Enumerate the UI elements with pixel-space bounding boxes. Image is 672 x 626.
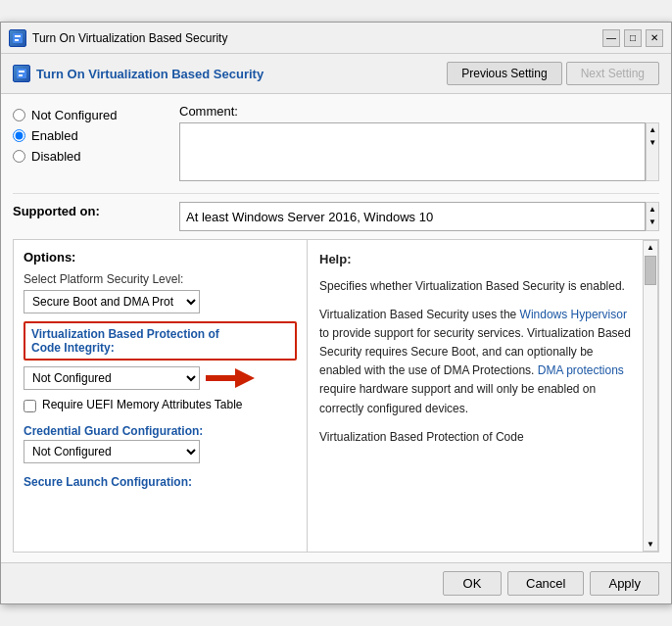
help-para3-start: Virtualization Based Protection of Code	[319, 430, 524, 444]
svg-rect-5	[19, 74, 23, 76]
credential-section: Credential Guard Configuration: Not Conf…	[24, 420, 297, 463]
help-scroll-down[interactable]: ▼	[647, 538, 654, 551]
supported-section: Supported on: At least Windows Server 20…	[13, 193, 659, 231]
radio-group: Not Configured Enabled Disabled	[13, 104, 169, 181]
toolbar: Turn On Virtualization Based Security Pr…	[1, 54, 671, 94]
top-section: Not Configured Enabled Disabled Comment:…	[13, 104, 659, 181]
comment-scrollbar: ▲ ▼	[646, 122, 659, 181]
help-para1: Specifies whether Virtualization Based S…	[319, 277, 631, 296]
comment-textarea[interactable]	[179, 122, 646, 181]
title-bar-controls: — □ ✕	[602, 29, 663, 47]
options-panel: Options: Select Platform Security Level:…	[14, 240, 308, 552]
dma-protections-link: DMA protections	[538, 363, 624, 377]
disabled-option[interactable]: Disabled	[13, 149, 169, 164]
help-para2-end: require hardware support and will only b…	[319, 382, 596, 414]
svg-rect-3	[17, 69, 26, 78]
toolbar-left: Turn On Virtualization Based Security	[13, 65, 264, 82]
red-arrow-icon	[206, 366, 255, 390]
scroll-down-icon[interactable]: ▼	[648, 216, 656, 228]
secure-launch-label: Secure Launch Configuration:	[24, 475, 297, 489]
help-scroll-up[interactable]: ▲	[647, 241, 654, 254]
enabled-radio[interactable]	[13, 129, 25, 142]
window-icon	[9, 29, 26, 47]
credential-select[interactable]: Not Configured	[24, 440, 200, 463]
svg-rect-2	[15, 39, 19, 41]
comment-label: Comment:	[179, 104, 659, 119]
minimize-button[interactable]: —	[602, 29, 620, 47]
bottom-bar: OK Cancel Apply	[1, 562, 671, 603]
help-heading: Help:	[319, 250, 631, 269]
svg-rect-1	[15, 35, 21, 37]
svg-rect-0	[13, 33, 23, 43]
ok-button[interactable]: OK	[443, 571, 502, 596]
secure-launch-section: Secure Launch Configuration:	[24, 471, 297, 491]
toolbar-icon	[13, 65, 30, 82]
title-bar-left: Turn On Virtualization Based Security	[9, 29, 227, 47]
vbpci-dropdown-row: Not Configured	[24, 366, 297, 390]
window-title: Turn On Virtualization Based Security	[32, 31, 227, 45]
supported-label: Supported on:	[13, 202, 169, 218]
help-scrollbar: ▲ ▼	[643, 240, 658, 552]
uefi-label: Require UEFI Memory Attributes Table	[42, 398, 243, 411]
help-scroll-thumb[interactable]	[645, 256, 656, 285]
maximize-button[interactable]: □	[624, 29, 642, 47]
help-para2: Virtualization Based Security uses the W…	[319, 306, 631, 418]
cancel-button[interactable]: Cancel	[507, 571, 584, 596]
previous-setting-button[interactable]: Previous Setting	[447, 62, 561, 85]
supported-value: At least Windows Server 2016, Windows 10	[179, 202, 646, 231]
content-area: Not Configured Enabled Disabled Comment:…	[1, 94, 671, 562]
options-heading: Options:	[24, 250, 297, 265]
scroll-down-arrow[interactable]: ▼	[648, 136, 656, 149]
scroll-up-arrow[interactable]: ▲	[648, 123, 656, 136]
main-window: Turn On Virtualization Based Security — …	[0, 22, 672, 604]
toolbar-title: Turn On Virtualization Based Security	[36, 67, 264, 81]
help-panel-wrapper: Help: Specifies whether Virtualization B…	[308, 240, 658, 552]
toolbar-buttons: Previous Setting Next Setting	[447, 62, 659, 85]
not-configured-radio[interactable]	[13, 109, 25, 121]
main-panels: Options: Select Platform Security Level:…	[13, 239, 659, 553]
not-configured-option[interactable]: Not Configured	[13, 108, 169, 122]
help-panel: Help: Specifies whether Virtualization B…	[308, 240, 643, 552]
enabled-option[interactable]: Enabled	[13, 128, 169, 143]
disabled-radio[interactable]	[13, 150, 25, 163]
vbpci-label-line2: Code Integrity:	[31, 341, 289, 355]
title-bar: Turn On Virtualization Based Security — …	[1, 23, 671, 54]
windows-hypervisor-link: Windows Hypervisor	[520, 308, 627, 321]
platform-label: Select Platform Security Level:	[24, 272, 297, 286]
svg-rect-4	[19, 71, 24, 72]
supported-scrollbar: ▲ ▼	[646, 202, 659, 231]
help-para2-start: Virtualization Based Security uses the	[319, 308, 520, 321]
platform-section: Select Platform Security Level: Secure B…	[24, 272, 297, 313]
uefi-checkbox[interactable]	[24, 400, 36, 412]
comment-section: Comment: ▲ ▼	[179, 104, 659, 181]
apply-button[interactable]: Apply	[590, 571, 659, 596]
scroll-up-icon[interactable]: ▲	[648, 203, 656, 216]
not-configured-label: Not Configured	[31, 108, 117, 122]
vbpci-select[interactable]: Not Configured	[24, 366, 200, 390]
help-text: Specifies whether Virtualization Based S…	[319, 277, 631, 448]
vbpci-label-line1: Virtualization Based Protection of	[31, 327, 289, 341]
disabled-label: Disabled	[31, 149, 81, 164]
platform-select[interactable]: Secure Boot and DMA Prot	[24, 290, 200, 313]
close-button[interactable]: ✕	[646, 29, 663, 47]
vbpci-label-box: Virtualization Based Protection of Code …	[24, 321, 297, 361]
help-para3: Virtualization Based Protection of Code	[319, 428, 631, 447]
next-setting-button[interactable]: Next Setting	[566, 62, 659, 85]
enabled-label: Enabled	[31, 128, 78, 143]
credential-label: Credential Guard Configuration:	[24, 424, 297, 438]
uefi-row: Require UEFI Memory Attributes Table	[24, 398, 297, 412]
vbpci-section: Virtualization Based Protection of Code …	[24, 321, 297, 390]
svg-marker-6	[206, 368, 255, 388]
